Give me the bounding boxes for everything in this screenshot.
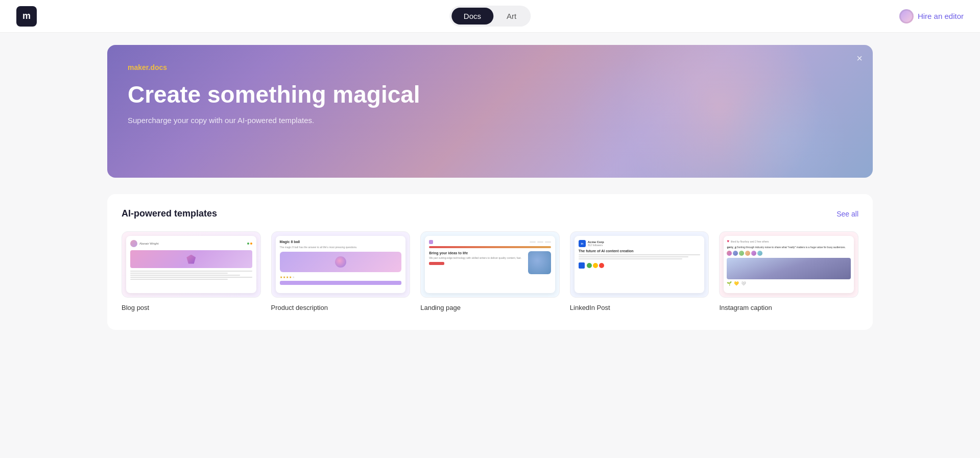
template-name-linkedin: LinkedIn Post	[570, 304, 709, 311]
nav-tabs: Docs Art	[449, 6, 531, 27]
landing-logo	[429, 240, 433, 244]
ig-leaf-icon: 💛	[734, 281, 739, 286]
blog-inner: Alanair Wright	[126, 236, 256, 293]
hero-subtitle: Supercharge your copy with our AI-powere…	[128, 116, 852, 125]
linkedin-inner: in Acme Corp 312 followers The future of…	[575, 236, 705, 293]
product-image	[280, 252, 402, 272]
template-name-product: Product description	[271, 304, 411, 311]
template-thumb-linkedin: in Acme Corp 312 followers The future of…	[570, 231, 709, 298]
template-card-product-description[interactable]: Magic 8 ball The magic 8 ball has the an…	[271, 231, 411, 311]
template-name-landing: Landing page	[420, 304, 560, 311]
tab-art[interactable]: Art	[494, 8, 529, 25]
blog-avatar	[130, 240, 137, 247]
hero-close-button[interactable]: ×	[856, 53, 863, 63]
avatar-inner	[901, 11, 912, 22]
hero-brand: maker.docs	[128, 63, 852, 71]
linkedin-logo: in	[579, 240, 586, 247]
template-name-instagram: Instagram caption	[719, 304, 858, 311]
see-all-button[interactable]: See all	[836, 210, 858, 218]
hero-brand-suffix: docs	[150, 63, 167, 71]
spiral-icon	[335, 256, 346, 268]
template-card-linkedin[interactable]: in Acme Corp 312 followers The future of…	[570, 231, 709, 311]
heart-icon: ♥	[727, 239, 729, 244]
hero-content: maker.docs Create something magical Supe…	[107, 45, 873, 178]
blog-header: Alanair Wright	[130, 240, 252, 247]
tab-docs[interactable]: Docs	[451, 8, 493, 25]
ig-heart-icon: 🌱	[727, 281, 732, 286]
product-stars: ★ ★ ★ ★ ★	[280, 275, 402, 279]
ig-avatar-row	[727, 251, 851, 256]
template-thumb-product: Magic 8 ball The magic 8 ball has the an…	[271, 231, 411, 298]
landing-hero-image	[528, 251, 551, 274]
hero-title: Create something magical	[128, 82, 852, 108]
template-name-blog-post: Blog post	[122, 304, 261, 311]
templates-grid: Alanair Wright	[122, 231, 858, 311]
template-thumb-blog-post: Alanair Wright	[122, 231, 261, 298]
hire-editor-label: Hire an editor	[918, 12, 964, 20]
template-thumb-instagram: ♥ liked by flourboy and 2 few others ger…	[719, 231, 858, 298]
product-inner: Magic 8 ball The magic 8 ball has the an…	[276, 236, 406, 293]
templates-title: AI-powered templates	[122, 208, 217, 219]
instagram-inner: ♥ liked by flourboy and 2 few others ger…	[724, 236, 854, 293]
linkedin-icon	[579, 262, 585, 269]
ig-image	[727, 258, 851, 279]
template-card-blog-post[interactable]: Alanair Wright	[122, 231, 261, 311]
gem-icon	[186, 255, 196, 264]
templates-header: AI-powered templates See all	[122, 208, 858, 219]
template-card-instagram[interactable]: ♥ liked by flourboy and 2 few others ger…	[719, 231, 858, 311]
blog-text-lines	[130, 271, 252, 280]
ig-bookmark-icon: 🤍	[741, 281, 746, 286]
template-thumb-landing: Bring your ideas to life We pair cutting…	[420, 231, 560, 298]
blog-image	[130, 250, 252, 268]
templates-section: AI-powered templates See all Alanair Wri…	[107, 194, 873, 330]
logo[interactable]: m	[16, 6, 37, 27]
header: m Docs Art Hire an editor	[0, 0, 980, 33]
main-content: maker.docs Create something magical Supe…	[0, 33, 980, 342]
hire-editor-button[interactable]: Hire an editor	[899, 9, 964, 23]
template-card-landing-page[interactable]: Bring your ideas to life We pair cutting…	[420, 231, 560, 311]
hero-banner: maker.docs Create something magical Supe…	[107, 45, 873, 178]
hire-avatar	[899, 9, 914, 23]
landing-inner: Bring your ideas to life We pair cutting…	[425, 236, 555, 293]
hero-brand-prefix: maker.	[128, 63, 150, 71]
